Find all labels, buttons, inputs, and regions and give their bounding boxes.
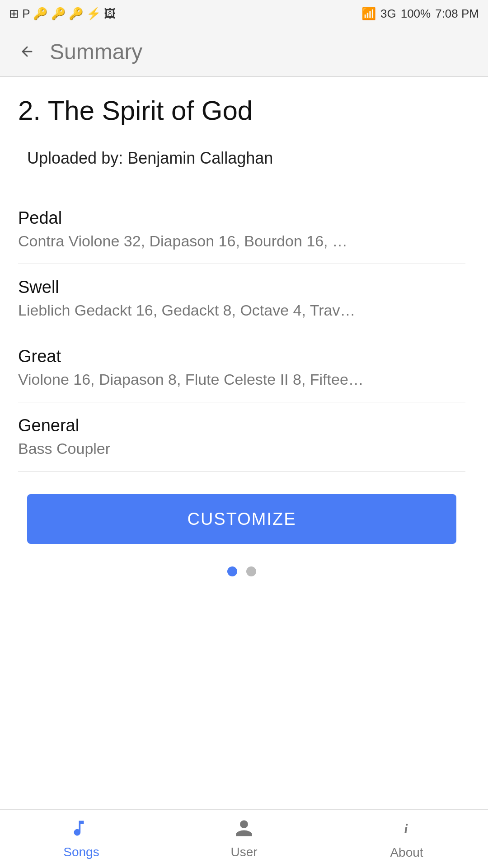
customize-button[interactable]: CUSTOMIZE xyxy=(27,494,456,544)
dot-2 xyxy=(246,566,256,576)
nav-user[interactable]: User xyxy=(163,818,325,859)
great-value: Violone 16, Diapason 8, Flute Celeste II… xyxy=(18,371,465,388)
pedal-label: Pedal xyxy=(18,208,465,228)
status-bar: ⊞ P 🔑 🔑 🔑 ⚡ 🖼 📶 3G 100% 7:08 PM xyxy=(0,0,488,27)
info-icon: i xyxy=(397,818,417,842)
main-content: 2. The Spirit of God Uploaded by: Benjam… xyxy=(0,77,488,809)
section-great: Great Violone 16, Diapason 8, Flute Cele… xyxy=(18,333,465,402)
swell-label: Swell xyxy=(18,278,465,297)
svg-text:i: i xyxy=(404,821,408,836)
song-title: 2. The Spirit of God xyxy=(18,95,465,126)
app-bar: Summary xyxy=(0,27,488,77)
dot-1 xyxy=(227,566,237,576)
section-general: General Bass Coupler xyxy=(18,402,465,472)
battery-label: 100% xyxy=(401,7,431,21)
section-pedal: Pedal Contra Violone 32, Diapason 16, Bo… xyxy=(18,195,465,264)
swell-value: Lieblich Gedackt 16, Gedackt 8, Octave 4… xyxy=(18,302,465,319)
wifi-icon: 📶 xyxy=(361,7,376,21)
signal-label: 3G xyxy=(380,7,396,21)
bottom-nav: Songs User i About xyxy=(0,809,488,868)
general-value: Bass Coupler xyxy=(18,440,465,458)
content-area: 2. The Spirit of God Uploaded by: Benjam… xyxy=(0,77,488,617)
about-label: About xyxy=(390,845,423,860)
nav-songs[interactable]: Songs xyxy=(0,818,163,859)
time-label: 7:08 PM xyxy=(435,7,479,21)
nav-about[interactable]: i About xyxy=(325,818,488,860)
back-button[interactable] xyxy=(14,38,41,65)
music-note-icon xyxy=(71,818,91,841)
status-bar-left: ⊞ P 🔑 🔑 🔑 ⚡ 🖼 xyxy=(9,7,116,21)
uploaded-by: Uploaded by: Benjamin Callaghan xyxy=(18,149,465,168)
status-icons: ⊞ P 🔑 🔑 🔑 ⚡ 🖼 xyxy=(9,7,116,21)
general-label: General xyxy=(18,416,465,435)
status-bar-right: 📶 3G 100% 7:08 PM xyxy=(361,7,479,21)
great-label: Great xyxy=(18,347,465,366)
songs-label: Songs xyxy=(63,845,99,859)
page-dots xyxy=(18,566,465,576)
user-label: User xyxy=(230,845,257,859)
page-title: Summary xyxy=(50,39,142,64)
pedal-value: Contra Violone 32, Diapason 16, Bourdon … xyxy=(18,232,465,250)
section-swell: Swell Lieblich Gedackt 16, Gedackt 8, Oc… xyxy=(18,264,465,333)
user-icon xyxy=(234,818,254,841)
